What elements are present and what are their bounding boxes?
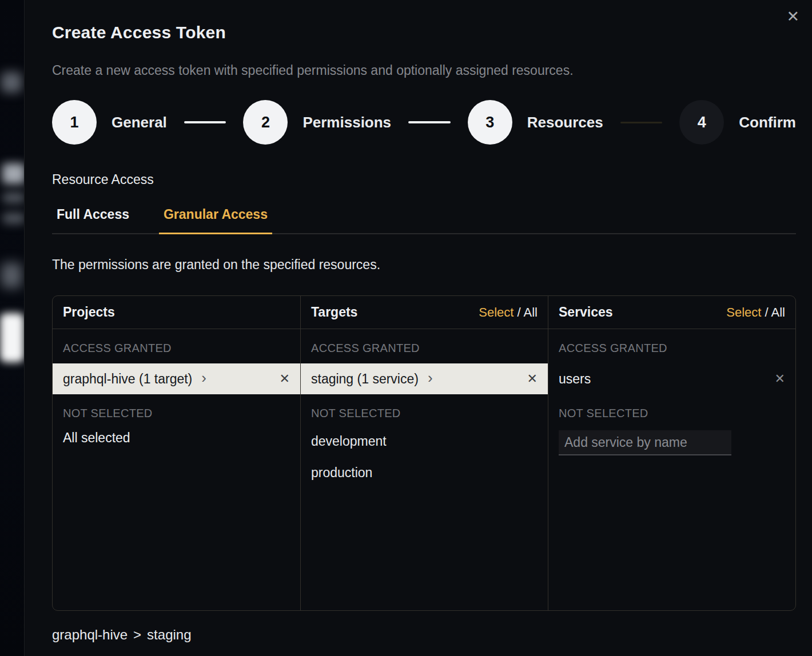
select-all-separator: /	[514, 305, 523, 319]
breadcrumb-project: graphql-hive	[52, 627, 128, 642]
remove-service-icon[interactable]: ✕	[775, 371, 785, 386]
breadcrumb-separator: >	[133, 627, 141, 642]
not-selected-label: NOT SELECTED	[63, 407, 290, 420]
select-link[interactable]: Select	[726, 305, 761, 319]
background-blur-shape	[2, 163, 24, 184]
remove-project-icon[interactable]: ✕	[280, 371, 290, 386]
step-confirm[interactable]: 4 Confirm	[679, 100, 796, 145]
granted-project-name: graphql-hive (1 target)	[63, 371, 192, 387]
resource-access-heading: Resource Access	[52, 172, 796, 187]
wizard-stepper: 1 General 2 Permissions 3 Resources 4 Co…	[52, 100, 796, 145]
dialog-subtitle: Create a new access token with specified…	[52, 63, 796, 78]
services-column-body: ACCESS GRANTED users ✕ NOT SELECTED	[548, 329, 795, 610]
close-icon[interactable]: ✕	[786, 9, 799, 25]
resource-selector-table: Projects ACCESS GRANTED graphql-hive (1 …	[52, 295, 796, 611]
step-number-circle: 4	[679, 100, 724, 145]
background-blur-shape	[1, 263, 22, 288]
chevron-right-icon: ›	[201, 370, 206, 385]
not-selected-label: NOT SELECTED	[559, 407, 785, 420]
targets-column: Targets Select / All ACCESS GRANTED stag…	[300, 296, 548, 610]
projects-column-body: ACCESS GRANTED graphql-hive (1 target) ›…	[53, 329, 300, 610]
targets-column-body: ACCESS GRANTED staging (1 service) › ✕ N…	[301, 329, 548, 610]
step-connector	[408, 121, 451, 123]
access-granted-label: ACCESS GRANTED	[311, 342, 538, 355]
background-page-blurred	[0, 0, 24, 656]
step-resources[interactable]: 3 Resources	[468, 100, 603, 145]
column-title: Services	[559, 305, 613, 320]
step-label: General	[112, 114, 167, 131]
step-connector	[184, 121, 226, 123]
create-access-token-dialog: ✕ Create Access Token Create a new acces…	[24, 0, 812, 656]
access-granted-label: ACCESS GRANTED	[63, 342, 290, 355]
access-mode-tabs: Full Access Granular Access	[52, 207, 796, 234]
breadcrumb-target: staging	[147, 627, 191, 642]
all-link[interactable]: All	[771, 305, 785, 319]
all-link[interactable]: All	[524, 305, 538, 319]
step-general[interactable]: 1 General	[52, 100, 167, 145]
projects-column: Projects ACCESS GRANTED graphql-hive (1 …	[53, 296, 300, 610]
not-selected-label: NOT SELECTED	[311, 407, 538, 420]
step-label: Confirm	[739, 114, 796, 131]
step-label: Resources	[527, 114, 603, 131]
tab-granular-access[interactable]: Granular Access	[159, 207, 272, 234]
granted-project-row[interactable]: graphql-hive (1 target) › ✕	[53, 363, 300, 394]
target-option-production[interactable]: production	[301, 457, 548, 489]
tab-full-access[interactable]: Full Access	[52, 207, 134, 234]
select-link[interactable]: Select	[479, 305, 514, 319]
granted-service-row[interactable]: users ✕	[548, 363, 795, 394]
background-blur-shape	[3, 192, 24, 203]
chevron-right-icon: ›	[428, 370, 433, 385]
services-column: Services Select / All ACCESS GRANTED use…	[548, 296, 795, 610]
step-connector	[620, 122, 663, 123]
column-title: Targets	[311, 305, 357, 320]
permissions-description: The permissions are granted on the speci…	[52, 257, 796, 273]
services-column-header: Services Select / All	[548, 296, 795, 329]
dialog-title: Create Access Token	[52, 23, 796, 42]
background-blur-shape	[3, 213, 24, 224]
services-select-all: Select / All	[726, 305, 785, 320]
add-service-input[interactable]	[559, 430, 731, 455]
background-blur-shape	[0, 313, 24, 362]
granted-target-row[interactable]: staging (1 service) › ✕	[301, 363, 548, 394]
all-selected-note: All selected	[53, 427, 300, 449]
background-blur-shape	[1, 72, 22, 93]
access-granted-label: ACCESS GRANTED	[559, 342, 785, 355]
remove-target-icon[interactable]: ✕	[527, 371, 538, 386]
projects-column-header: Projects	[53, 296, 300, 329]
targets-column-header: Targets Select / All	[301, 296, 548, 329]
step-permissions[interactable]: 2 Permissions	[243, 100, 391, 145]
step-number-circle: 2	[243, 100, 288, 145]
step-number-circle: 1	[52, 100, 97, 145]
step-number-circle: 3	[468, 100, 512, 145]
target-option-development[interactable]: development	[301, 426, 548, 457]
select-all-separator: /	[761, 305, 771, 319]
step-label: Permissions	[302, 114, 391, 131]
granted-service-name: users	[559, 371, 591, 387]
column-title: Projects	[63, 305, 115, 320]
breadcrumb: graphql-hive>staging	[52, 627, 796, 643]
granted-target-name: staging (1 service)	[311, 371, 419, 387]
targets-select-all: Select / All	[479, 305, 538, 320]
